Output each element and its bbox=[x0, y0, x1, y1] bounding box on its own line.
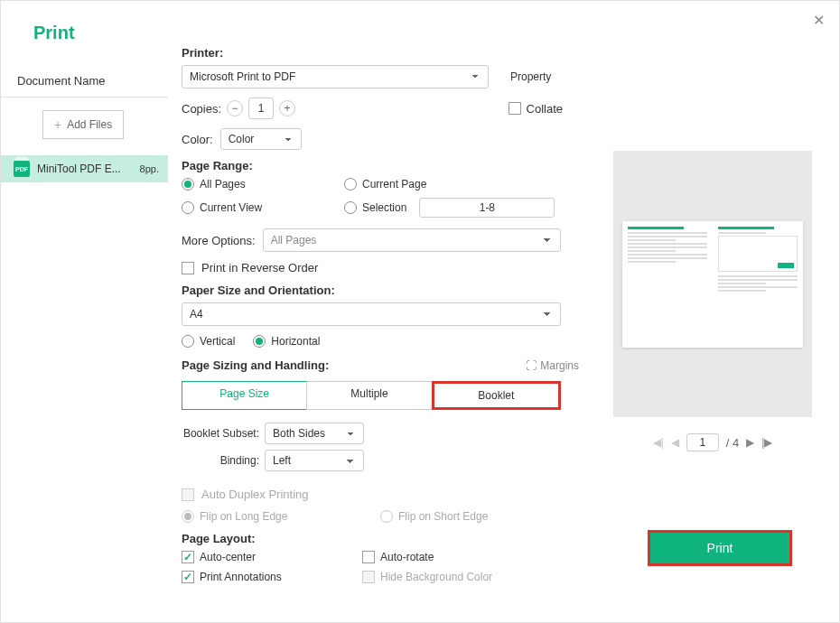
paper-size-select[interactable]: A4 bbox=[182, 302, 561, 326]
booklet-subset-label: Booklet Subset: bbox=[182, 427, 259, 440]
print-annotations-checkbox bbox=[182, 571, 194, 583]
pdf-icon: PDF bbox=[14, 161, 30, 177]
tab-page-size[interactable]: Page Size bbox=[182, 381, 307, 410]
auto-center-option[interactable]: Auto-center bbox=[182, 551, 362, 563]
preview-right-half bbox=[713, 221, 803, 348]
auto-duplex-label: Auto Duplex Printing bbox=[201, 488, 309, 501]
property-link[interactable]: Property bbox=[510, 70, 551, 83]
preview-page bbox=[622, 221, 803, 348]
radio-selection[interactable]: Selection bbox=[344, 198, 579, 218]
last-page-icon[interactable]: |▶ bbox=[761, 436, 772, 449]
prev-page-icon[interactable]: ◀ bbox=[671, 436, 679, 449]
page-range-label: Page Range: bbox=[182, 159, 579, 172]
pager: ◀| ◀ / 4 ▶ |▶ bbox=[613, 433, 812, 451]
close-icon[interactable]: ✕ bbox=[813, 12, 825, 29]
preview-pane: ◀| ◀ / 4 ▶ |▶ bbox=[613, 151, 812, 451]
next-page-icon[interactable]: ▶ bbox=[746, 436, 754, 449]
margins-button[interactable]: ⛶ Margins bbox=[526, 359, 579, 372]
sizing-label: Page Sizing and Handling: bbox=[182, 358, 329, 372]
copies-increment[interactable]: + bbox=[279, 100, 295, 116]
radio-all-pages[interactable]: All Pages bbox=[182, 178, 344, 191]
radio-current-view[interactable]: Current View bbox=[182, 198, 344, 218]
file-name: MiniTool PDF E... bbox=[37, 163, 133, 175]
file-list-item[interactable]: PDF MiniTool PDF E... 8pp. bbox=[1, 155, 168, 182]
preview-left-half bbox=[622, 221, 713, 348]
auto-duplex-checkbox bbox=[182, 488, 194, 501]
auto-center-checkbox bbox=[182, 551, 194, 563]
settings-panel: Printer: Microsoft Print to PDF Property… bbox=[182, 46, 579, 583]
radio-flip-long: Flip on Long Edge bbox=[182, 510, 344, 523]
color-select[interactable]: Color bbox=[220, 128, 302, 150]
hide-bg-option: Hide Background Color bbox=[362, 571, 579, 583]
plus-icon: + bbox=[54, 117, 61, 132]
margins-icon: ⛶ bbox=[526, 359, 537, 372]
binding-label: Binding: bbox=[182, 454, 259, 467]
radio-icon bbox=[182, 510, 194, 523]
page-number-input[interactable] bbox=[686, 433, 719, 451]
radio-icon bbox=[380, 510, 393, 523]
printer-label: Printer: bbox=[182, 46, 579, 60]
page-layout-label: Page Layout: bbox=[182, 532, 579, 545]
preview-background bbox=[613, 151, 812, 417]
page-total: / 4 bbox=[726, 436, 739, 450]
auto-rotate-checkbox bbox=[362, 551, 375, 563]
radio-icon bbox=[344, 201, 357, 214]
add-files-label: Add Files bbox=[67, 118, 112, 131]
radio-flip-short: Flip on Short Edge bbox=[380, 510, 488, 523]
reverse-order-checkbox[interactable] bbox=[182, 262, 194, 274]
radio-vertical[interactable]: Vertical bbox=[182, 335, 235, 348]
collate-checkbox[interactable] bbox=[509, 102, 521, 115]
binding-select[interactable]: Left bbox=[265, 450, 364, 471]
collate-label: Collate bbox=[527, 102, 563, 116]
print-button-highlight: Print bbox=[648, 530, 792, 566]
copies-input[interactable] bbox=[248, 98, 274, 119]
radio-icon bbox=[182, 201, 194, 214]
reverse-order-label: Print in Reverse Order bbox=[201, 261, 318, 274]
printer-select[interactable]: Microsoft Print to PDF bbox=[182, 65, 489, 88]
more-options-label: More Options: bbox=[182, 234, 256, 247]
copies-decrement[interactable]: − bbox=[227, 100, 243, 116]
more-options-select[interactable]: All Pages bbox=[263, 228, 561, 252]
paper-size-label: Paper Size and Orientation: bbox=[182, 284, 579, 297]
radio-current-page[interactable]: Current Page bbox=[344, 178, 579, 191]
dialog-title: Print bbox=[1, 1, 168, 43]
radio-icon bbox=[253, 335, 266, 348]
tab-multiple[interactable]: Multiple bbox=[306, 381, 432, 410]
file-page-count: 8pp. bbox=[140, 163, 159, 174]
radio-icon bbox=[344, 178, 357, 191]
add-files-button[interactable]: + Add Files bbox=[42, 110, 124, 139]
sidebar: Print Document Name + Add Files PDF Mini… bbox=[1, 1, 168, 622]
first-page-icon[interactable]: ◀| bbox=[653, 436, 664, 449]
print-annotations-option[interactable]: Print Annotations bbox=[182, 571, 362, 583]
document-name-label: Document Name bbox=[1, 43, 168, 88]
color-label: Color: bbox=[182, 133, 213, 146]
selection-range-input[interactable] bbox=[419, 198, 555, 218]
copies-label: Copies: bbox=[182, 102, 221, 116]
radio-horizontal[interactable]: Horizontal bbox=[253, 335, 320, 348]
print-button[interactable]: Print bbox=[650, 533, 789, 563]
auto-rotate-option[interactable]: Auto-rotate bbox=[362, 551, 579, 563]
radio-icon bbox=[182, 178, 194, 191]
radio-icon bbox=[182, 335, 194, 348]
tab-booklet[interactable]: Booklet bbox=[432, 381, 561, 410]
hide-bg-checkbox bbox=[362, 571, 375, 583]
booklet-subset-select[interactable]: Both Sides bbox=[265, 423, 364, 444]
divider bbox=[1, 97, 168, 98]
